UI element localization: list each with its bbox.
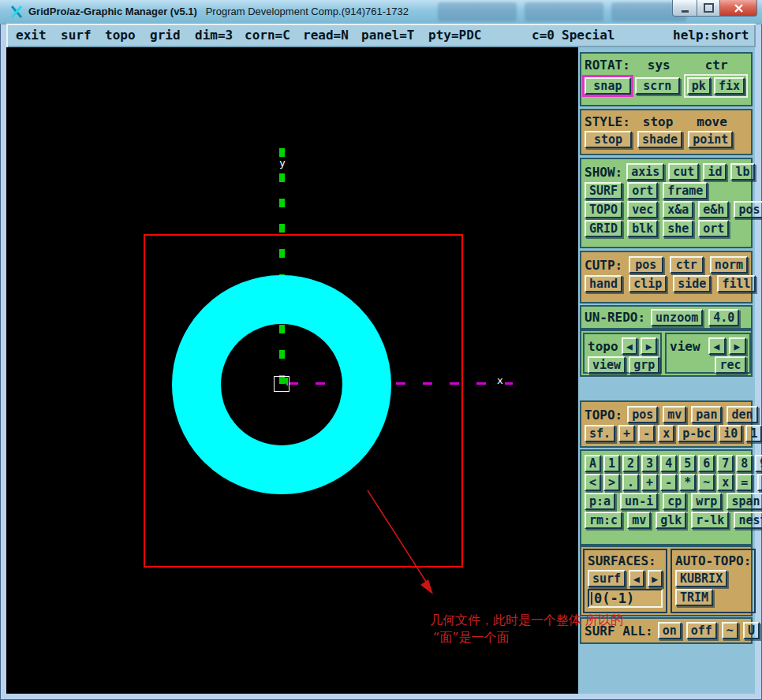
snap-button[interactable]: snap: [585, 77, 631, 95]
key-6[interactable]: 6: [698, 455, 715, 472]
zoom-factor-button[interactable]: 4.0: [708, 309, 739, 326]
show-ort2-button[interactable]: ort: [698, 220, 729, 237]
topo-next-button[interactable]: ▶: [641, 337, 657, 355]
key-2[interactable]: 2: [622, 455, 639, 472]
cutp-ctr-button[interactable]: ctr: [670, 256, 704, 274]
view-prev-button[interactable]: ◀: [708, 337, 726, 355]
key-nest[interactable]: nest: [734, 512, 762, 529]
cutp-pos-button[interactable]: pos: [629, 256, 663, 274]
nav-grp-button[interactable]: grp: [629, 356, 659, 374]
scrn-button[interactable]: scrn: [635, 77, 680, 95]
key-star[interactable]: *: [679, 474, 696, 491]
surface-id-field[interactable]: 0(-1): [588, 589, 663, 608]
show-lb-button[interactable]: lb: [730, 163, 754, 181]
topo-1-button[interactable]: 1: [745, 425, 762, 442]
key-pa[interactable]: p:a: [585, 493, 615, 510]
unzoom-button[interactable]: unzoom: [651, 309, 703, 326]
show-axis-button[interactable]: axis: [626, 163, 664, 181]
key-x[interactable]: x: [717, 474, 734, 491]
menu-panel[interactable]: panel=T: [361, 28, 414, 43]
key-5[interactable]: 5: [679, 455, 696, 472]
menu-exit[interactable]: exit: [16, 28, 47, 43]
topo-pbc-button[interactable]: p-bc: [678, 425, 715, 442]
key-wrp[interactable]: wrp: [691, 493, 722, 510]
key-uni[interactable]: un-i: [620, 493, 658, 510]
show-xa-button[interactable]: x&a: [663, 201, 693, 218]
pk-button[interactable]: pk: [687, 77, 711, 95]
cutp-hand-button[interactable]: hand: [585, 275, 622, 292]
surf-next-button[interactable]: ▶: [648, 570, 663, 587]
fix-button[interactable]: fix: [714, 77, 745, 95]
menu-c0[interactable]: c=0: [532, 28, 555, 43]
show-ort-button[interactable]: ort: [627, 182, 658, 199]
maximize-button[interactable]: [697, 0, 720, 17]
topo-x-button[interactable]: x: [658, 425, 674, 442]
menu-read[interactable]: read=N: [303, 28, 349, 43]
stop-button[interactable]: stop: [585, 131, 632, 148]
key-dot[interactable]: .: [622, 474, 639, 491]
close-button[interactable]: [720, 0, 757, 17]
show-blk-button[interactable]: blk: [627, 220, 658, 237]
show-cut-button[interactable]: cut: [668, 163, 699, 181]
key-A[interactable]: A: [585, 455, 601, 472]
menu-topo[interactable]: topo: [105, 28, 136, 43]
title-bar[interactable]: GridPro/az-Graphic Manager (v5.1) Progra…: [0, 0, 762, 24]
topo-sf-button[interactable]: sf.: [585, 425, 615, 442]
topo-plus-button[interactable]: +: [618, 425, 635, 442]
point-button[interactable]: point: [688, 131, 733, 148]
nav-view-button[interactable]: view: [588, 356, 626, 374]
key-eq[interactable]: =: [736, 474, 753, 491]
cutp-clip-button[interactable]: clip: [629, 275, 667, 292]
surf-prev-button[interactable]: ◀: [629, 570, 644, 587]
menu-corn[interactable]: corn=C: [245, 28, 290, 43]
key-tilde[interactable]: ~: [698, 474, 715, 491]
show-id-button[interactable]: id: [703, 163, 727, 181]
key-mv[interactable]: mv: [627, 512, 651, 529]
menu-pty[interactable]: pty=PDC: [428, 28, 481, 43]
show-she-button[interactable]: she: [663, 220, 693, 237]
menu-help[interactable]: help:short: [673, 28, 749, 43]
key-7[interactable]: 7: [717, 455, 734, 472]
key-3[interactable]: 3: [641, 455, 658, 472]
key-1[interactable]: 1: [603, 455, 620, 472]
key-lt[interactable]: <: [585, 474, 601, 491]
surfall-on-button[interactable]: on: [658, 622, 682, 639]
surfall-u-button[interactable]: U: [743, 622, 760, 639]
cutp-side-button[interactable]: side: [673, 275, 711, 292]
key-9[interactable]: 9: [755, 455, 762, 472]
shade-button[interactable]: shade: [637, 131, 682, 148]
key-span[interactable]: span: [727, 493, 762, 510]
key-glk[interactable]: glk: [656, 512, 686, 529]
menu-dim[interactable]: dim=3: [195, 28, 233, 43]
topo-prev-button[interactable]: ◀: [622, 337, 638, 355]
menu-surf[interactable]: surf: [61, 28, 92, 43]
view-next-button[interactable]: ▶: [729, 337, 746, 355]
show-vec-button[interactable]: vec: [627, 201, 658, 218]
show-grid-button[interactable]: GRID: [585, 220, 622, 237]
graphics-viewport[interactable]: y x: [6, 47, 578, 694]
show-pos-button[interactable]: pos: [734, 201, 762, 218]
key-rlk[interactable]: r-lk: [691, 512, 729, 529]
show-topo-button[interactable]: TOPO: [585, 201, 622, 218]
topo-i0-button[interactable]: i0: [719, 425, 742, 442]
kubrix-button[interactable]: KUBRIX: [675, 570, 727, 587]
show-surf-button[interactable]: SURF: [585, 182, 622, 199]
trim-button[interactable]: TRIM: [675, 589, 713, 606]
key-minus[interactable]: -: [660, 474, 677, 491]
show-frame-button[interactable]: frame: [663, 182, 708, 199]
key-rmc[interactable]: rm:c: [585, 512, 622, 529]
surfall-off-button[interactable]: off: [686, 622, 717, 639]
show-eh-button[interactable]: e&h: [698, 201, 729, 218]
key-s[interactable]: s: [757, 474, 762, 491]
topo-minus-button[interactable]: -: [638, 425, 655, 442]
topo-pos-button[interactable]: pos: [627, 406, 658, 423]
surf-button[interactable]: surf: [588, 570, 626, 587]
key-8[interactable]: 8: [736, 455, 753, 472]
cutp-fill-button[interactable]: fill: [717, 275, 755, 292]
topo-mv-button[interactable]: mv: [663, 406, 686, 423]
menu-grid[interactable]: grid: [150, 28, 181, 43]
minimize-button[interactable]: [672, 0, 697, 17]
cutp-norm-button[interactable]: norm: [710, 256, 748, 274]
key-plus[interactable]: +: [641, 474, 658, 491]
rec-button[interactable]: rec: [715, 356, 745, 374]
